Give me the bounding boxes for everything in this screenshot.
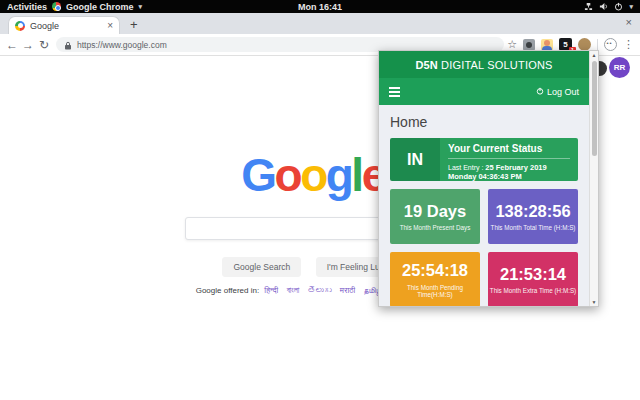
app-menu-button[interactable]: Google Chrome: [66, 2, 134, 12]
logo-letter: o: [300, 149, 326, 201]
last-entry-label: Last Entry :: [448, 164, 485, 171]
hamburger-menu-icon[interactable]: [389, 87, 400, 97]
new-tab-button[interactable]: +: [130, 17, 138, 33]
popup-heading: Home: [390, 114, 578, 130]
clock[interactable]: Mon 16:41: [298, 2, 342, 12]
google-search-button[interactable]: Google Search: [222, 257, 301, 277]
d5n-extension-popup: D5N DIGITAL SOLUTIONS Log Out Home IN Yo…: [378, 50, 599, 307]
tab-close-icon[interactable]: ×: [107, 21, 113, 31]
lock-icon: [64, 36, 72, 54]
scrollbar-thumb[interactable]: [592, 61, 597, 156]
metric-value: 138:28:56: [495, 202, 570, 221]
power-icon: [614, 2, 623, 11]
chrome-app-icon: [52, 2, 61, 11]
scroll-down-icon[interactable]: ▼: [590, 299, 598, 305]
offered-in-label: Google offered in:: [196, 286, 259, 295]
metric-card-extra-time: 21:53:14 This Month Extra Time (H:M:S): [488, 252, 578, 307]
language-link[interactable]: मराठी: [340, 286, 356, 295]
logo-letter: o: [275, 149, 301, 201]
url-text: https://www.google.com: [77, 40, 167, 50]
gnome-top-bar: Activities Google Chrome ▾ Mon 16:41 ▾: [0, 0, 640, 13]
metric-label: This Month Pending Time(H:M:S): [390, 284, 480, 298]
popup-title: D5N DIGITAL SOLUTIONS: [379, 51, 589, 78]
popup-title-rest: DIGITAL SOLUTIONS: [441, 59, 553, 71]
volume-icon: [599, 2, 608, 11]
metric-cards: 19 Days This Month Present Days 138:28:5…: [390, 189, 578, 307]
metric-value: 19 Days: [404, 202, 466, 221]
google-favicon-icon: [15, 21, 25, 31]
account-avatar[interactable]: RR: [609, 57, 630, 78]
extension-icon-b[interactable]: [541, 39, 553, 51]
window-close-icon[interactable]: ×: [626, 16, 632, 28]
metric-value: 21:53:14: [500, 265, 566, 284]
chevron-down-icon: ▾: [139, 3, 143, 11]
browser-profile-icon[interactable]: [604, 38, 617, 51]
logo-letter: l: [351, 149, 361, 201]
language-link[interactable]: हिन्दी: [264, 286, 278, 295]
metric-card-total-time: 138:28:56 This Month Total Time (H:M:S): [488, 189, 578, 244]
power-icon: [536, 87, 544, 97]
tab-strip: Google × + ×: [0, 13, 640, 34]
system-menu-chevron-icon[interactable]: ▾: [629, 3, 633, 11]
popup-title-bold: D5N: [415, 59, 438, 71]
activities-button[interactable]: Activities: [7, 2, 47, 12]
scroll-up-icon[interactable]: ▲: [590, 52, 598, 58]
metric-label: This Month Extra Time (H:M:S): [490, 287, 576, 294]
popup-navbar: Log Out: [379, 78, 589, 105]
browser-tab-google[interactable]: Google ×: [8, 16, 120, 34]
metric-value: 25:54:18: [402, 261, 468, 280]
reload-icon[interactable]: ↻: [36, 39, 52, 51]
popup-scrollbar[interactable]: ▲ ▼: [589, 51, 598, 306]
toolbar-divider: [597, 39, 598, 51]
status-last-entry: Last Entry : 25 February 2019 Monday 04:…: [448, 159, 570, 181]
back-icon[interactable]: ←: [4, 39, 20, 51]
d5n-extension-label: 5: [563, 40, 567, 49]
language-link[interactable]: বাংলা: [287, 286, 300, 295]
language-link[interactable]: తెలుగు: [308, 286, 332, 295]
logo-letter: g: [326, 149, 352, 201]
metric-label: This Month Total Time (H:M:S): [491, 224, 576, 231]
tab-title: Google: [30, 21, 102, 31]
metric-label: This Month Present Days: [400, 224, 471, 231]
logo-letter: G: [241, 149, 274, 201]
menu-dots-icon[interactable]: ⋮: [623, 38, 634, 51]
logout-button[interactable]: Log Out: [536, 87, 579, 97]
network-icon: [584, 2, 593, 11]
metric-card-pending-time: 25:54:18 This Month Pending Time(H:M:S): [390, 252, 480, 307]
forward-icon[interactable]: →: [20, 39, 36, 51]
logout-label: Log Out: [547, 87, 579, 97]
extension-icon-a[interactable]: [523, 39, 535, 51]
status-card: IN Your Current Status Last Entry : 25 F…: [390, 138, 578, 181]
metric-card-present-days: 19 Days This Month Present Days: [390, 189, 480, 244]
status-title: Your Current Status: [448, 143, 570, 159]
screen: { "desktop": { "activities": "Activities…: [0, 0, 640, 400]
status-code: IN: [390, 138, 440, 181]
